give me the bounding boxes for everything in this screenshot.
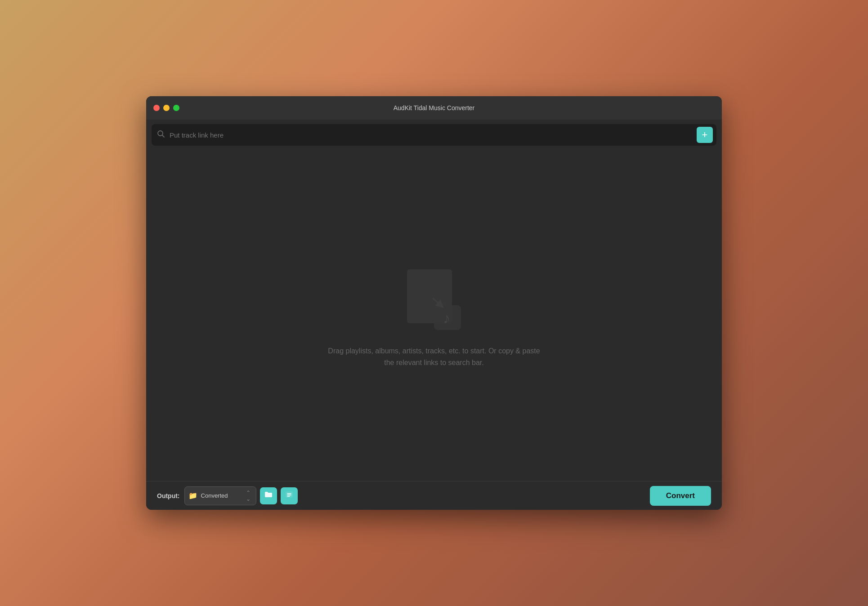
app-window: AudKit Tidal Music Converter + — [146, 96, 722, 510]
svg-rect-3 — [415, 278, 423, 284]
window-controls — [153, 105, 179, 111]
list-button[interactable] — [281, 487, 298, 504]
list-icon — [285, 490, 294, 501]
minimize-button[interactable] — [163, 105, 170, 111]
window-title: AudKit Tidal Music Converter — [394, 104, 475, 111]
search-input[interactable] — [170, 131, 711, 139]
maximize-button[interactable] — [173, 105, 179, 111]
folder-icon: 📁 — [188, 491, 197, 500]
open-folder-button[interactable] — [260, 487, 277, 504]
footer: Output: 📁 Converted ⌃⌄ C — [146, 481, 722, 510]
svg-rect-12 — [415, 309, 423, 315]
svg-rect-4 — [426, 278, 444, 281]
empty-illustration: ♪ — [398, 263, 470, 334]
close-button[interactable] — [153, 105, 160, 111]
open-folder-icon — [264, 490, 273, 501]
add-button[interactable]: + — [697, 127, 713, 143]
search-bar: + — [152, 124, 716, 146]
svg-rect-7 — [426, 289, 444, 291]
svg-line-1 — [162, 135, 165, 138]
svg-rect-5 — [426, 282, 438, 284]
output-dropdown[interactable]: 📁 Converted ⌃⌄ — [184, 486, 256, 505]
output-folder-name: Converted — [201, 492, 228, 499]
svg-rect-11 — [426, 303, 438, 305]
output-label: Output: — [157, 492, 180, 499]
svg-rect-9 — [415, 299, 423, 304]
titlebar: AudKit Tidal Music Converter — [146, 96, 722, 120]
svg-rect-8 — [426, 293, 438, 294]
convert-button[interactable]: Convert — [650, 486, 711, 506]
chevron-icon: ⌃⌄ — [246, 490, 251, 502]
search-icon — [157, 130, 165, 140]
svg-rect-6 — [415, 289, 423, 294]
empty-state-text: Drag playlists, albums, artists, tracks,… — [328, 345, 540, 368]
svg-text:♪: ♪ — [443, 310, 450, 326]
main-content: ♪ Drag playlists, albums, artists, track… — [146, 150, 722, 481]
